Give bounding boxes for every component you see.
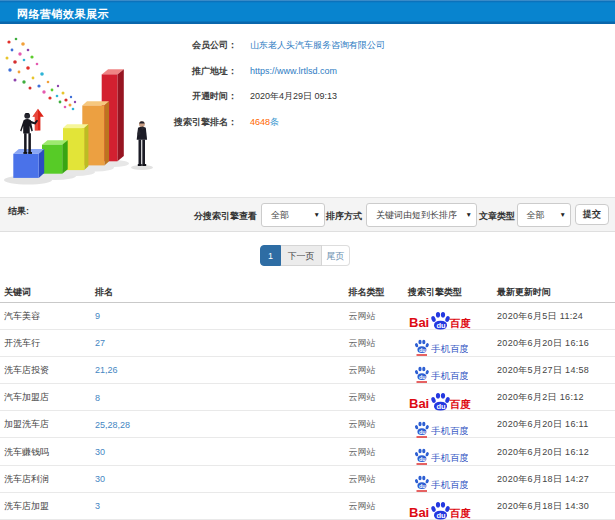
svg-text:du: du <box>437 320 447 329</box>
svg-text:du: du <box>419 374 426 380</box>
svg-text:du: du <box>419 456 426 462</box>
svg-text:Bai: Bai <box>409 396 429 411</box>
svg-text:du: du <box>419 429 426 435</box>
svg-text:手机百度: 手机百度 <box>431 370 468 381</box>
svg-text:手机百度: 手机百度 <box>431 479 468 490</box>
svg-text:du: du <box>437 402 447 411</box>
svg-text:du: du <box>419 347 426 353</box>
svg-text:du: du <box>419 483 426 489</box>
svg-text:手机百度: 手机百度 <box>431 343 468 354</box>
svg-text:手机百度: 手机百度 <box>431 452 468 463</box>
svg-text:百度: 百度 <box>450 506 472 518</box>
svg-text:Bai: Bai <box>409 315 429 330</box>
svg-text:手机百度: 手机百度 <box>431 424 468 435</box>
svg-text:du: du <box>437 510 447 519</box>
svg-text:百度: 百度 <box>450 316 472 328</box>
svg-text:百度: 百度 <box>450 398 472 410</box>
svg-text:Bai: Bai <box>409 505 429 520</box>
